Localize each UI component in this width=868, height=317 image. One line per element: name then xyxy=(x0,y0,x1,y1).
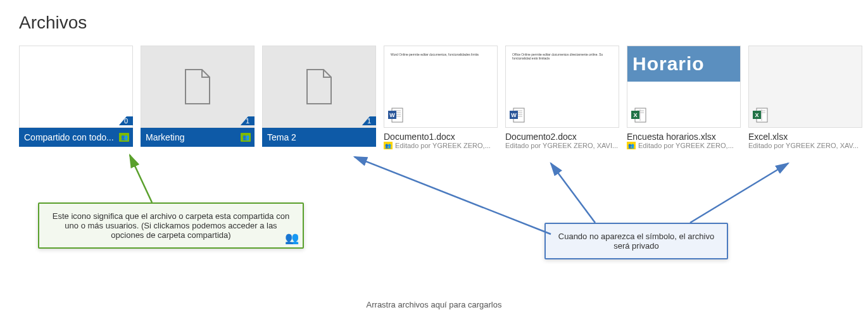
file-tile-documento2[interactable]: Office Online permite editar documentos … xyxy=(505,46,619,149)
callout-shared-icon-meaning: Este icono significa que el archivo o ca… xyxy=(38,202,304,249)
file-preview: Office Online permite editar documentos … xyxy=(505,46,619,128)
svg-text:W: W xyxy=(511,112,517,118)
excel-icon: X xyxy=(753,107,768,123)
svg-line-27 xyxy=(355,157,551,234)
excel-icon: X xyxy=(631,107,646,123)
shared-icon[interactable]: 👥 xyxy=(384,142,393,149)
shared-icon[interactable]: 👥 xyxy=(627,142,636,149)
file-name: Excel.xlsx xyxy=(748,132,862,142)
file-tile-excel[interactable]: X Excel.xlsx Editado por YGREEK ZERO, XA… xyxy=(748,46,862,149)
file-tile-encuesta[interactable]: Horario X Encuesta horarios.xlsx 👥 Edita… xyxy=(627,46,741,149)
folder-tile-marketing[interactable]: 1 Marketing 👥 xyxy=(141,46,255,147)
file-meta: Documento1.docx 👥 Editado por YGREEK ZER… xyxy=(384,128,498,149)
callout-text: Cuando no aparezca el símbolo, el archiv… xyxy=(558,232,714,251)
preview-text: Office Online permite editar documentos … xyxy=(506,46,619,66)
callout-private-meaning: Cuando no aparezca el símbolo, el archiv… xyxy=(544,223,728,259)
svg-text:X: X xyxy=(755,112,758,118)
folder-preview xyxy=(141,46,255,128)
file-subtitle: Editado por YGREEK ZERO, XAVI... xyxy=(505,142,618,149)
svg-line-28 xyxy=(551,163,595,223)
file-meta: Documento2.docx Editado por YGREEK ZERO,… xyxy=(505,128,619,149)
shared-icon[interactable]: 👥 xyxy=(119,133,129,142)
folder-name: Tema 2 xyxy=(267,132,372,142)
word-icon: W xyxy=(510,107,525,123)
svg-line-26 xyxy=(130,155,152,202)
file-tile-documento1[interactable]: Word Online permite editar documentos, f… xyxy=(384,46,498,149)
folder-bar: 0 Compartido con todo... 👥 xyxy=(19,128,133,147)
folder-bar: 1 Marketing 👥 xyxy=(141,128,255,147)
files-grid: 0 Compartido con todo... 👥 1 Marketing 👥 xyxy=(0,46,868,149)
folder-name: Compartido con todo... xyxy=(24,132,119,142)
folder-bar: 1 Tema 2 xyxy=(262,128,376,147)
svg-text:W: W xyxy=(389,112,395,118)
file-name: Documento2.docx xyxy=(505,132,619,142)
preview-band: Horario xyxy=(627,46,740,82)
folder-tile-shared-everyone[interactable]: 0 Compartido con todo... 👥 xyxy=(19,46,133,147)
file-meta: Encuesta horarios.xlsx 👥 Editado por YGR… xyxy=(627,128,741,149)
file-preview: Horario X xyxy=(627,46,741,128)
file-name: Documento1.docx xyxy=(384,132,498,142)
drop-hint: Arrastra archivos aquí para cargarlos xyxy=(0,300,868,309)
file-subtitle: Editado por YGREEK ZERO,... xyxy=(638,142,734,149)
page-icon xyxy=(183,68,212,105)
word-icon: W xyxy=(388,107,403,123)
file-preview: X xyxy=(748,46,862,128)
svg-text:X: X xyxy=(633,112,637,118)
callout-text: Este icono significa que el archivo o ca… xyxy=(53,211,289,240)
file-subtitle: Editado por YGREEK ZERO,... xyxy=(395,142,491,149)
svg-line-29 xyxy=(690,163,788,223)
file-name: Encuesta horarios.xlsx xyxy=(627,132,741,142)
folder-preview xyxy=(262,46,376,128)
folder-tile-tema2[interactable]: 1 Tema 2 xyxy=(262,46,376,147)
page-title: Archivos xyxy=(0,0,868,46)
people-icon: 👥 xyxy=(285,231,299,245)
folder-name: Marketing xyxy=(146,132,241,142)
file-subtitle: Editado por YGREEK ZERO, XAV... xyxy=(748,142,859,149)
file-preview: Word Online permite editar documentos, f… xyxy=(384,46,498,128)
file-meta: Excel.xlsx Editado por YGREEK ZERO, XAV.… xyxy=(748,128,862,149)
shared-icon[interactable]: 👥 xyxy=(241,133,251,142)
folder-preview xyxy=(19,46,133,128)
page-icon xyxy=(305,68,334,105)
preview-text: Word Online permite editar documentos, f… xyxy=(384,46,497,63)
